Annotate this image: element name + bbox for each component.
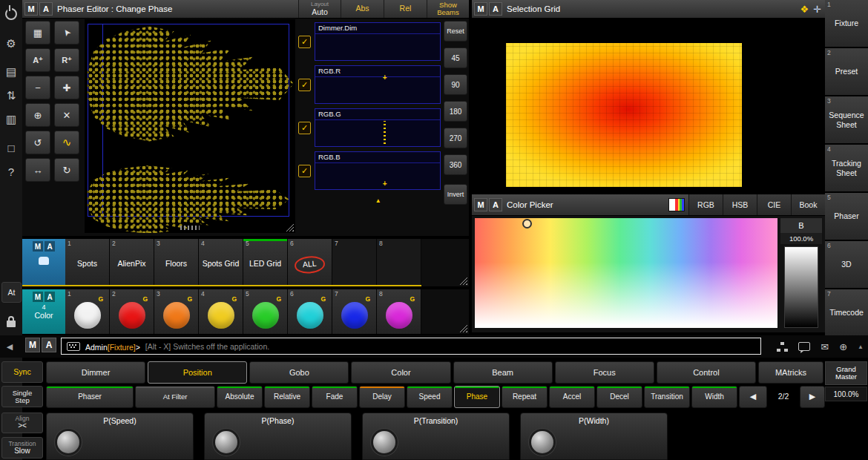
channel-checkbox[interactable]: ✓ [298,165,311,177]
tab-control[interactable]: Control [657,361,756,384]
page-next-button[interactable]: ▶ [800,386,825,408]
back-arrow-icon[interactable]: ◀ [1,339,18,354]
remove-step-tool-icon[interactable]: − [25,76,50,99]
tab-rgb[interactable]: RGB [688,194,723,215]
encoder-transition[interactable]: P(Transition) [362,413,510,460]
channel-curve-area[interactable]: RGB.B + [315,151,441,190]
phase-180-button[interactable]: 180 [444,101,467,122]
encoder-speed[interactable]: P(Speed) [46,413,194,460]
tab-hsb[interactable]: HSB [723,194,757,215]
pointer-tool-icon[interactable]: ➤ [54,21,79,45]
group-floors[interactable]: 3Floors [154,239,199,286]
colors-pool-header[interactable]: MA 4 Color [22,289,65,334]
tab-gobo[interactable]: Gobo [249,361,349,384]
color-preset-3[interactable]: 3G [154,289,199,334]
tab-focus[interactable]: Focus [555,361,654,384]
settings-icon[interactable]: ⚙ [0,34,22,53]
tab-dimmer[interactable]: Dimmer [46,361,145,384]
group-led-grid[interactable]: 5LED Grid [243,239,288,286]
chevron-up-icon[interactable]: ▲ [858,344,864,350]
patch-icon[interactable]: ⇅ [0,86,22,105]
groups-pool-header[interactable]: MA [22,239,65,286]
tab-width[interactable]: Width [691,386,737,408]
hue-saturation-field[interactable] [475,218,777,328]
resize-handle-icon[interactable] [459,277,467,285]
tab-absolute[interactable]: Absolute [217,386,263,408]
view-button-timecode[interactable]: 7Timecode [825,289,868,338]
help-icon[interactable]: ? [0,162,22,181]
single-step-button[interactable]: Single Step [1,386,43,407]
phase-270-button[interactable]: 270 [444,128,467,148]
encoder-width[interactable]: P(Width) [520,413,668,460]
rel-button[interactable]: Rel [384,0,427,18]
view-button-3d[interactable]: 63D [825,241,868,289]
group-empty-8[interactable]: 8 [377,239,421,286]
tab-position[interactable]: Position [148,361,247,384]
group-spots-grid[interactable]: 4Spots Grid [199,239,243,286]
align-button[interactable]: Align>< [1,413,43,433]
channel-curve-area[interactable]: RGB.R + [315,65,441,104]
executors-icon[interactable]: ▥ [0,110,22,129]
channel-checkbox[interactable]: ✓ [298,36,311,48]
view-button-fixture[interactable]: 1Fixture [825,0,868,48]
encoder-knob[interactable] [57,431,79,453]
canvas-scrollbar[interactable] [180,226,200,230]
reset-button[interactable]: Reset [444,21,467,42]
swatchbook-icon[interactable] [668,198,685,211]
color-preset-6[interactable]: 6G [288,289,332,334]
tab-repeat[interactable]: Repeat [502,386,548,408]
command-line-input[interactable]: Admin[Fixture]> [Alt - X] Switches off t… [61,338,761,355]
sync-button[interactable]: Sync [1,361,43,383]
resize-handle-icon[interactable] [286,223,294,231]
at-button[interactable]: At [1,282,22,303]
brightness-slider[interactable] [784,246,818,328]
transition-mode-button[interactable]: TransitionSlow [1,437,43,459]
globe-icon[interactable]: ⊕ [839,341,847,352]
group-alienpix[interactable]: 2AlienPix [110,239,154,286]
tab-fade[interactable]: Fade [312,386,358,408]
color-preset-2[interactable]: 2G [110,289,154,334]
tab-phaser[interactable]: Phaser [46,386,134,408]
lock-icon[interactable] [7,321,16,327]
selection-grid-titlebar[interactable]: MA Selection Grid ❖ ✛ [472,0,825,19]
phase-90-button[interactable]: 90 [444,74,467,95]
chat-icon[interactable] [798,342,810,351]
rotate-tool-icon[interactable]: ↻ [54,158,79,182]
mail-icon[interactable]: ✉ [821,341,829,352]
group-empty-7[interactable]: 7 [332,239,377,286]
tab-cie[interactable]: CIE [757,194,791,215]
encoder-knob[interactable] [215,431,237,453]
channel-curve-area[interactable]: RGB.G [315,108,441,147]
invert-button[interactable]: Invert [444,184,467,205]
tab-speed[interactable]: Speed [407,386,453,408]
tab-book[interactable]: Book [791,194,825,215]
undo-tool-icon[interactable]: ↺ [25,131,50,154]
color-preset-7[interactable]: 7G [332,289,377,334]
color-preset-4[interactable]: 4G [199,289,243,334]
windows-icon[interactable]: ▤ [0,62,22,82]
pool-scroll-indicator[interactable] [22,285,421,286]
color-picker-titlebar[interactable]: MA Color Picker RGB HSB CIE Book [472,194,825,216]
phaser-2d-canvas[interactable] [85,19,295,233]
add-relative-tool-icon[interactable]: R⁺ [54,48,79,72]
phaser-editor-titlebar[interactable]: MA Phaser Editor : Change Phase Layout A… [22,0,469,19]
tab-transition[interactable]: Transition [644,386,690,408]
grand-master-label[interactable]: Grand Master [825,361,867,385]
tab-color[interactable]: Color [351,361,450,384]
view-button-sequence-sheet[interactable]: 3Sequence Sheet [825,96,868,145]
tab-delay[interactable]: Delay [359,386,405,408]
move-tool-icon[interactable]: ✚ [54,76,79,99]
encoder-phase[interactable]: P(Phase) [204,413,352,460]
tab-matricks[interactable]: MAtricks [758,361,823,384]
view-button-phaser[interactable]: 5Phaser [825,193,868,241]
channel-checkbox[interactable]: ✓ [298,122,311,134]
tab-at-filter[interactable]: At Filter [135,386,215,408]
center-tool-icon[interactable]: ⊕ [25,103,50,127]
grid-setup-icon[interactable]: ❖ [800,4,809,15]
selection-heatmap-grid[interactable] [506,43,742,187]
follow-crosshair-icon[interactable]: ✛ [813,4,821,15]
network-session-icon[interactable] [777,342,788,352]
tab-beam[interactable]: Beam [453,361,553,384]
color-preset-5[interactable]: 5G [243,289,288,334]
show-beams-button[interactable]: Show Beams [427,0,469,18]
